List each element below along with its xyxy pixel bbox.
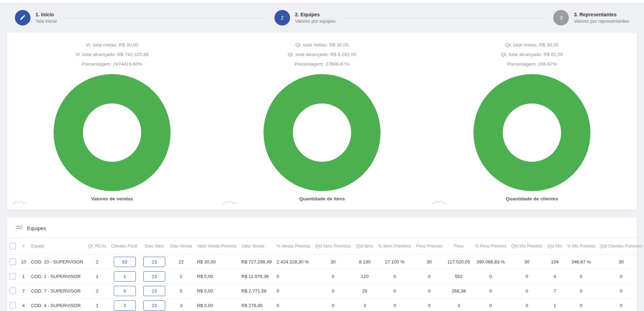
step-representantes[interactable]: 3 3. Representantes Valores por represen… [553, 10, 629, 26]
table-cell: R$ 11.979,36 [239, 269, 274, 284]
chart-stat-line: Vl. total alcançado: R$ 742.325,88 [76, 51, 149, 57]
chart-stat-line: Vl. total metas: R$ 30,00 [86, 42, 138, 48]
table-cell: 27.100 % [376, 255, 414, 269]
table-cell: 0 [376, 298, 414, 311]
column-header: Qtd Mix Previsto [509, 238, 545, 255]
value-box-button[interactable]: 5 [114, 286, 136, 296]
chart-title: Quantidade de clientes [506, 196, 558, 201]
chart-stat-line: Porcentagem: 206.67% [507, 61, 557, 67]
table-cell: 0 [274, 284, 313, 298]
chart-quantidade-de-clientes: Qt. total metas: R$ 30,00 Qt. total alca… [427, 42, 637, 206]
table-row: 4COD. 4 - SUPERVISOR13233R$ 0,00R$ 276,4… [7, 298, 644, 311]
table-cell: 0 [565, 298, 598, 311]
table-cell: 552 [445, 269, 472, 284]
table-cell: R$ 0,00 [194, 269, 239, 284]
step-1-circle[interactable] [15, 10, 30, 26]
wizard-stepper: 1. Início Tela inicial 2 2. Equipes Valo… [0, 3, 644, 33]
step-connector [340, 18, 548, 18]
sparkline-icon [222, 199, 237, 206]
value-box-button[interactable]: 23 [143, 286, 165, 296]
step-3-subtitle: Valores por representantes [574, 18, 629, 24]
table-cell: 0 [565, 269, 598, 284]
table-cell: 7 [545, 284, 565, 298]
donut-chart [473, 74, 590, 191]
table-cell: 1 [109, 269, 141, 284]
table-title: Equipes [27, 225, 46, 231]
column-header: Valor Venda Prevista [194, 238, 239, 255]
column-header: % Mix Previsto [565, 238, 598, 255]
row-checkbox[interactable] [10, 259, 16, 265]
table-cell: 5 [109, 284, 141, 298]
table-cell: 7 [18, 284, 28, 298]
table-cell: 53 [109, 255, 141, 269]
table-cell: 117.020,05 [445, 255, 472, 269]
table-cell: 390.066,83 % [473, 255, 509, 269]
row-checkbox[interactable] [10, 273, 16, 279]
step-equipes[interactable]: 2 2. Equipes Valores por equipes [274, 10, 336, 26]
table-cell: 0 [473, 298, 509, 311]
step-2-subtitle: Valores por equipes [295, 18, 336, 24]
value-box-button[interactable]: 23 [143, 271, 165, 282]
table-cell: 0 [509, 284, 545, 298]
step-3-circle[interactable]: 3 [553, 10, 569, 26]
table-cell: 30 [509, 255, 545, 269]
chart-stat-line: Porcentagem: 27606.67% [294, 61, 350, 67]
table-cell: COD. 1 - SUPERVISOR [28, 269, 85, 284]
table-cell: 0 [376, 284, 414, 298]
table-cell: 268,38 [445, 284, 472, 298]
column-header: Peso [445, 238, 472, 255]
table-cell: 2 [168, 269, 194, 284]
step-1-subtitle: Tela inicial [35, 18, 57, 24]
table-cell: R$ 2.771,58 [239, 284, 274, 298]
table-cell: 104 [545, 255, 565, 269]
chart-stat-line: Qt. total metas: R$ 30,00 [295, 42, 349, 48]
row-checkbox[interactable] [10, 302, 16, 309]
top-strip [0, 0, 644, 3]
step-inicio[interactable]: 1. Início Tela inicial [15, 10, 57, 26]
table-cell: 0 [313, 298, 354, 311]
equipes-card: Equipes #EquipeQt. RCAsClientes Posit.Di… [7, 218, 637, 311]
value-box-button[interactable]: 1 [114, 271, 136, 282]
table-cell: 0 [598, 284, 644, 298]
table-cell: 2 [86, 284, 109, 298]
value-box-button[interactable]: 53 [114, 257, 136, 267]
column-header: Valor Venda [239, 238, 274, 255]
table-cell: 22 [168, 255, 194, 269]
table-cell: 3 [445, 298, 472, 311]
value-box-button[interactable]: 23 [143, 300, 165, 311]
table-cell: 0 [274, 298, 313, 311]
sparkline-icon [432, 199, 447, 206]
column-header: Dias Úteis [141, 238, 168, 255]
table-cell: 0 [598, 298, 644, 311]
value-box-button[interactable]: 23 [143, 257, 165, 267]
table-cell: COD. 7 - SUPERVISOR [28, 284, 85, 298]
select-all-checkbox[interactable] [10, 243, 16, 249]
value-box-button[interactable]: 3 [114, 300, 136, 311]
column-header: Qtd Itens [354, 238, 376, 255]
table-cell: 1 [86, 298, 109, 311]
table-cell: 0 [413, 284, 445, 298]
column-header: % Peso Previsto [473, 238, 509, 255]
table-cell: 120 [354, 269, 376, 284]
table-cell: 0 [413, 298, 445, 311]
chart-title: Valores de vendas [91, 196, 133, 201]
donut-chart [54, 74, 171, 191]
table-cell: 10 [18, 255, 28, 269]
table-cell: R$ 727.298,49 [239, 255, 274, 269]
row-checkbox[interactable] [10, 288, 16, 294]
step-2-circle[interactable]: 2 [274, 10, 290, 26]
table-cell: R$ 30,00 [194, 255, 239, 269]
column-header: Qtd Clientes Previstos [598, 238, 644, 255]
table-cell: COD. 4 - SUPERVISOR [28, 298, 85, 311]
table-row: 7COD. 7 - SUPERVISOR25235R$ 0,00R$ 2.771… [7, 284, 644, 298]
table-cell: 23 [141, 269, 168, 284]
column-header: % Itens Previstos [376, 238, 414, 255]
table-cell: 8.130 [354, 255, 376, 269]
table-cell: 30 [313, 255, 354, 269]
table-row: 1COD. 1 - SUPERVISOR11232R$ 0,00R$ 11.97… [7, 269, 644, 284]
column-header: Qt. RCAs [86, 238, 109, 255]
table-header-row: #EquipeQt. RCAsClientes Posit.Dias Úteis… [7, 238, 644, 255]
column-header: # [18, 238, 28, 255]
table-cell: R$ 276,45 [239, 298, 274, 311]
sparkline-icon [12, 199, 27, 206]
